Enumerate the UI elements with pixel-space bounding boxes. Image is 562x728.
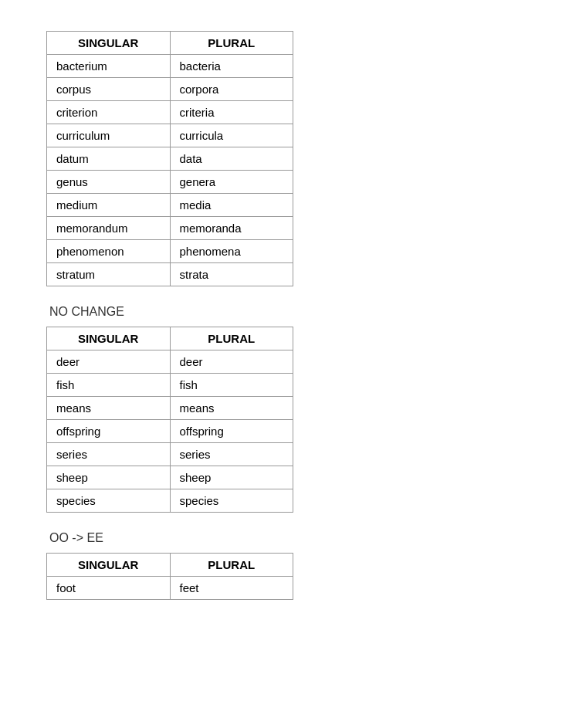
table-cell: stratum — [47, 263, 171, 286]
table-row: deerdeer — [47, 350, 293, 374]
table-row: speciesspecies — [47, 489, 293, 513]
latin-singular-header: SINGULAR — [47, 32, 171, 55]
table-cell: deer — [170, 350, 293, 374]
oo-ee-header-row: SINGULAR PLURAL — [47, 554, 293, 577]
table-cell: bacterium — [47, 55, 171, 78]
no-change-section: NO CHANGE SINGULAR PLURAL deerdeerfishfi… — [46, 305, 516, 513]
table-cell: means — [170, 397, 293, 420]
table-cell: criterion — [47, 101, 171, 124]
table-row: footfeet — [47, 577, 293, 600]
table-row: criterioncriteria — [47, 101, 293, 124]
table-row: meansmeans — [47, 397, 293, 420]
table-cell: offspring — [47, 420, 171, 443]
latin-table: SINGULAR PLURAL bacteriumbacteriacorpusc… — [46, 31, 293, 286]
table-cell: corpus — [47, 78, 171, 101]
table-cell: curriculum — [47, 124, 171, 147]
table-cell: fish — [47, 374, 171, 397]
table-cell: feet — [170, 577, 293, 600]
latin-header-row: SINGULAR PLURAL — [47, 32, 293, 55]
table-cell: sheep — [170, 466, 293, 489]
table-row: memorandummemoranda — [47, 217, 293, 240]
oo-ee-section: OO -> EE SINGULAR PLURAL footfeet — [46, 531, 516, 600]
oo-ee-table: SINGULAR PLURAL footfeet — [46, 553, 293, 600]
table-cell: offspring — [170, 420, 293, 443]
table-cell: datum — [47, 147, 171, 171]
table-cell: fish — [170, 374, 293, 397]
latin-section: SINGULAR PLURAL bacteriumbacteriacorpusc… — [46, 31, 516, 286]
table-row: sheepsheep — [47, 466, 293, 489]
table-row: fishfish — [47, 374, 293, 397]
table-row: genusgenera — [47, 171, 293, 194]
table-cell: deer — [47, 350, 171, 374]
table-row: mediummedia — [47, 194, 293, 217]
table-cell: medium — [47, 194, 171, 217]
table-cell: bacteria — [170, 55, 293, 78]
table-row: corpuscorpora — [47, 78, 293, 101]
latin-plural-header: PLURAL — [170, 32, 293, 55]
table-cell: media — [170, 194, 293, 217]
table-row: offspringoffspring — [47, 420, 293, 443]
table-cell: foot — [47, 577, 171, 600]
table-cell: corpora — [170, 78, 293, 101]
oo-ee-singular-header: SINGULAR — [47, 554, 171, 577]
table-row: stratumstrata — [47, 263, 293, 286]
table-cell: species — [170, 489, 293, 513]
table-row: datumdata — [47, 147, 293, 171]
oo-ee-plural-header: PLURAL — [170, 554, 293, 577]
table-cell: means — [47, 397, 171, 420]
table-cell: phenomena — [170, 240, 293, 263]
no-change-singular-header: SINGULAR — [47, 327, 171, 350]
no-change-plural-header: PLURAL — [170, 327, 293, 350]
table-row: bacteriumbacteria — [47, 55, 293, 78]
oo-ee-label: OO -> EE — [46, 531, 516, 545]
table-row: phenomenonphenomena — [47, 240, 293, 263]
table-cell: curricula — [170, 124, 293, 147]
table-cell: strata — [170, 263, 293, 286]
table-cell: phenomenon — [47, 240, 171, 263]
table-cell: series — [47, 443, 171, 466]
table-cell: sheep — [47, 466, 171, 489]
table-cell: memoranda — [170, 217, 293, 240]
table-cell: data — [170, 147, 293, 171]
table-row: curriculumcurricula — [47, 124, 293, 147]
table-cell: memorandum — [47, 217, 171, 240]
table-cell: criteria — [170, 101, 293, 124]
no-change-label: NO CHANGE — [46, 305, 516, 319]
no-change-header-row: SINGULAR PLURAL — [47, 327, 293, 350]
table-cell: genus — [47, 171, 171, 194]
table-cell: series — [170, 443, 293, 466]
table-cell: species — [47, 489, 171, 513]
table-row: seriesseries — [47, 443, 293, 466]
table-cell: genera — [170, 171, 293, 194]
no-change-table: SINGULAR PLURAL deerdeerfishfishmeansmea… — [46, 327, 293, 513]
